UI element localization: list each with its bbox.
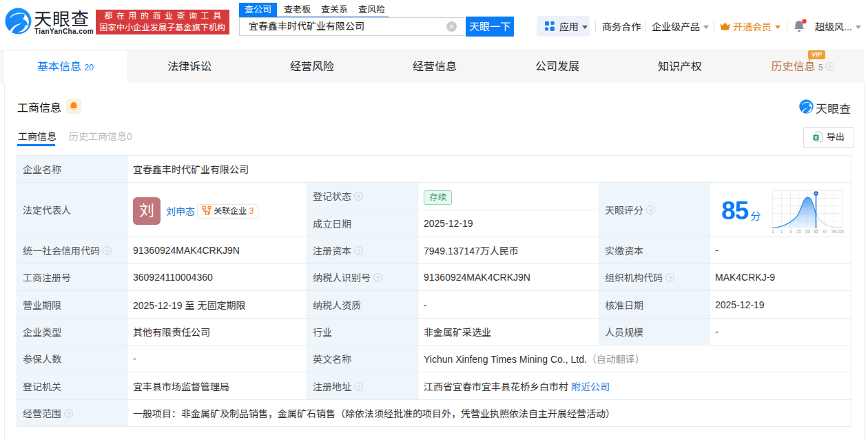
svg-text:99: 99 [831,229,837,234]
svg-text:1: 1 [781,229,783,234]
svg-text:85: 85 [814,229,819,234]
svg-text:97: 97 [823,229,828,234]
svg-text:100: 100 [837,229,845,234]
svg-text:50: 50 [805,229,811,234]
svg-text:15: 15 [796,229,802,234]
svg-text:0: 0 [772,229,774,234]
svg-text:3: 3 [789,229,792,234]
